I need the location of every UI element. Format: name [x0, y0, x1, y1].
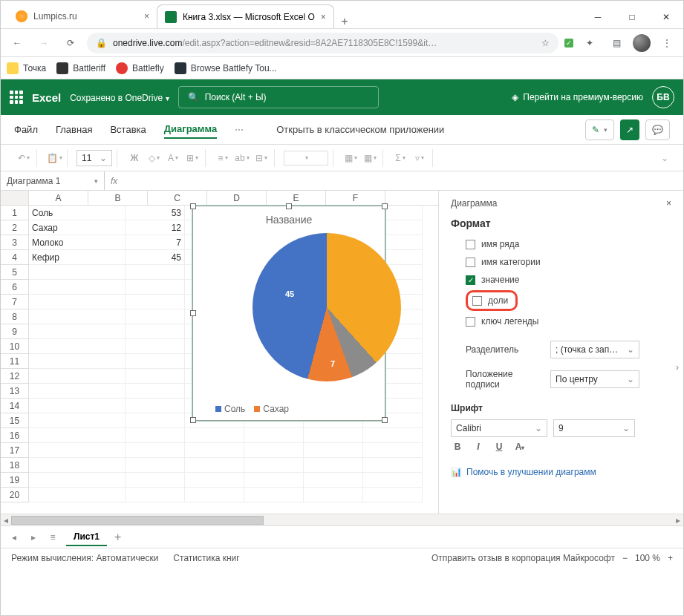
close-tab-icon[interactable]: × [321, 12, 326, 22]
bookmark-item[interactable]: Точка [7, 62, 46, 74]
resize-handle[interactable] [382, 203, 388, 209]
row-header[interactable]: 15 [1, 413, 29, 428]
chrome-menu-button[interactable]: ⋮ [657, 33, 677, 53]
reading-list-icon[interactable]: ▤ [606, 33, 627, 53]
tab-home[interactable]: Главная [56, 121, 92, 138]
close-panel-button[interactable]: × [666, 198, 671, 209]
paste-button[interactable]: 📋 [46, 150, 62, 166]
cell[interactable] [244, 428, 304, 443]
cell[interactable] [29, 488, 126, 502]
cell[interactable]: Соль [29, 206, 126, 220]
profile-avatar[interactable] [633, 34, 651, 52]
all-sheets-button[interactable]: ≡ [47, 532, 59, 543]
row-header[interactable]: 7 [1, 295, 29, 309]
cell[interactable] [244, 458, 304, 473]
row-header[interactable]: 16 [1, 428, 29, 443]
col-header[interactable]: B [88, 191, 148, 205]
pie-chart[interactable] [253, 233, 401, 381]
panel-collapse-button[interactable]: › [671, 353, 683, 382]
cell[interactable] [304, 488, 363, 502]
forward-button[interactable]: → [33, 33, 54, 53]
minimize-button[interactable]: ─ [581, 6, 615, 28]
cell[interactable]: 53 [126, 206, 185, 220]
resize-handle[interactable] [382, 417, 388, 423]
close-window-button[interactable]: ✕ [649, 6, 683, 28]
formula-bar[interactable]: fx [105, 176, 683, 186]
bookmark-item[interactable]: Battleriff [56, 62, 105, 74]
border-button[interactable]: ⊞ [184, 150, 201, 166]
cell[interactable] [126, 428, 185, 443]
extensions-button[interactable]: ✦ [579, 33, 600, 53]
cell[interactable] [29, 443, 126, 458]
col-header[interactable]: E [267, 191, 326, 205]
font-size-select[interactable]: 9 [553, 419, 635, 437]
cell[interactable] [126, 473, 185, 488]
resize-handle[interactable] [190, 417, 196, 423]
browser-tab-2[interactable]: Книга 3.xlsx — Microsoft Excel O × [157, 4, 334, 28]
chart-legend[interactable]: Соль Сахар [215, 404, 289, 414]
row-header[interactable]: 2 [1, 220, 29, 235]
cell[interactable] [29, 265, 126, 280]
browser-tab-1[interactable]: Lumpics.ru × [8, 4, 157, 28]
cell[interactable] [185, 458, 244, 473]
number-format-button[interactable] [284, 151, 328, 166]
chart-object[interactable]: Название 45 7 Соль Сахар [192, 206, 385, 421]
cell[interactable] [185, 428, 244, 443]
checkbox-percent[interactable]: доли [466, 290, 518, 311]
cell[interactable]: 7 [126, 235, 185, 250]
cell[interactable] [185, 443, 244, 458]
tab-insert[interactable]: Вставка [110, 121, 146, 138]
cell[interactable] [29, 309, 126, 324]
user-avatar[interactable]: БВ [652, 86, 674, 108]
wrap-text-button[interactable]: ab [234, 150, 250, 166]
sheet-next[interactable]: ▸ [27, 532, 39, 543]
conditional-format-button[interactable]: ▦ [342, 150, 359, 166]
row-header[interactable]: 4 [1, 250, 29, 265]
cell[interactable] [126, 369, 185, 384]
cell[interactable] [185, 473, 244, 488]
cell[interactable] [244, 443, 304, 458]
address-bar[interactable]: 🔒 onedrive.live.com/edit.aspx?action=edi… [87, 33, 558, 53]
cell[interactable] [29, 384, 126, 399]
row-header[interactable]: 11 [1, 354, 29, 369]
cell[interactable] [126, 488, 185, 502]
cell[interactable] [29, 473, 126, 488]
cell[interactable] [126, 458, 185, 473]
collapse-ribbon-button[interactable]: ⌄ [657, 150, 673, 166]
name-box[interactable]: Диаграмма 1▾ [1, 171, 105, 190]
extension-icon[interactable]: ✓ [564, 39, 573, 47]
maximize-button[interactable]: □ [615, 6, 649, 28]
cell[interactable] [363, 458, 423, 473]
bold-button[interactable]: Ж [126, 150, 143, 166]
bookmark-item[interactable]: Battlefly [116, 62, 164, 74]
italic-button[interactable]: I [472, 442, 485, 452]
resize-handle[interactable] [190, 310, 196, 316]
cell[interactable] [126, 309, 185, 324]
font-color-button[interactable]: A▾ [513, 442, 527, 452]
cell[interactable] [29, 280, 126, 295]
cell[interactable] [29, 458, 126, 473]
save-status[interactable]: Сохранено в OneDrive ▾ [70, 92, 169, 103]
cell[interactable] [185, 488, 244, 502]
cell[interactable] [126, 265, 185, 280]
row-header[interactable]: 10 [1, 339, 29, 354]
autosum-button[interactable]: Σ [392, 150, 408, 166]
select-all-corner[interactable] [1, 191, 29, 205]
sheet-tab[interactable]: Лист1 [66, 528, 107, 546]
cell[interactable] [126, 324, 185, 339]
tab-chart[interactable]: Диаграмма [164, 120, 217, 139]
cell[interactable] [29, 369, 126, 384]
comments-button[interactable]: 💬 [645, 119, 670, 140]
cell[interactable] [363, 488, 423, 502]
cell[interactable] [304, 458, 363, 473]
add-sheet-button[interactable]: + [114, 531, 121, 544]
edit-mode-button[interactable]: ✎▾ [585, 119, 614, 140]
merge-button[interactable]: ⊟ [253, 150, 270, 166]
cell[interactable] [304, 473, 363, 488]
row-header[interactable]: 8 [1, 309, 29, 324]
search-box[interactable]: 🔍 Поиск (Alt + Ы) [178, 86, 379, 108]
cell[interactable] [126, 443, 185, 458]
cell[interactable] [126, 384, 185, 399]
scrollbar-thumb[interactable] [11, 516, 264, 525]
zoom-level[interactable]: 100 % [635, 553, 660, 563]
